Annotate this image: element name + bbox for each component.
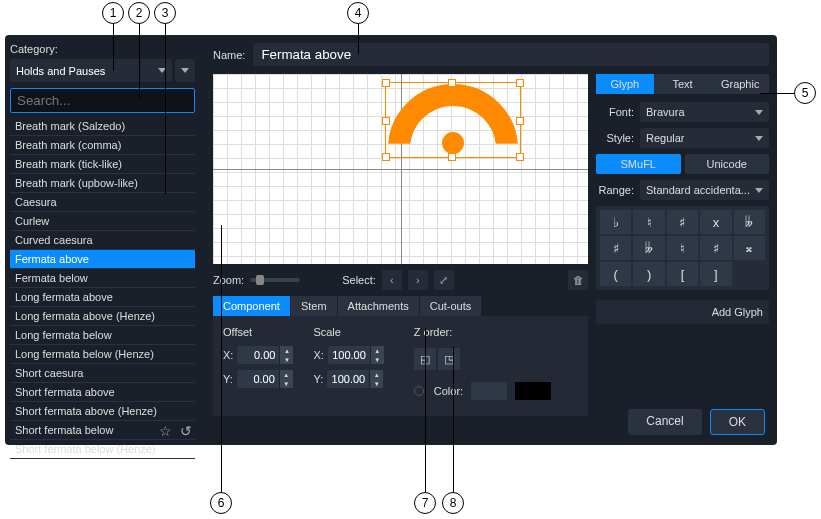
editor-canvas[interactable] [213, 74, 588, 264]
list-item[interactable]: Fermata above [10, 250, 195, 269]
callout-1: 1 [102, 2, 124, 24]
list-item[interactable]: Breath mark (Salzedo) [10, 117, 195, 136]
list-item[interactable]: Long fermata above [10, 288, 195, 307]
z-front[interactable]: ◳ [438, 348, 460, 370]
glyph-cell[interactable]: ♮ [667, 236, 698, 260]
glyph-cell[interactable]: [ [667, 262, 698, 286]
list-item[interactable]: Breath mark (comma) [10, 136, 195, 155]
font-select[interactable]: Bravura [640, 102, 769, 122]
callout-3: 3 [154, 2, 176, 24]
glyph-cell[interactable]: ♭ [600, 210, 631, 234]
list-item[interactable]: Caesura [10, 193, 195, 212]
list-item[interactable]: Curlew [10, 212, 195, 231]
glyph-cell[interactable]: x [700, 210, 731, 234]
scale-y[interactable] [327, 370, 369, 388]
glyph-cell[interactable]: ] [700, 262, 731, 286]
glyph-cell[interactable]: 𝄫 [633, 236, 664, 260]
list-item[interactable]: Fermata below [10, 269, 195, 288]
select-label: Select: [342, 274, 376, 286]
select-next[interactable]: › [408, 270, 428, 290]
side-tab-text[interactable]: Text [654, 74, 712, 94]
scale-x[interactable] [328, 346, 370, 364]
glyph-cell[interactable]: ♯ [667, 210, 698, 234]
star-icon[interactable]: ☆ [159, 423, 172, 439]
category-expand[interactable] [175, 59, 195, 82]
list-item[interactable]: Breath mark (upbow-like) [10, 174, 195, 193]
glyph-cell[interactable]: ♯ [600, 236, 631, 260]
callout-8: 8 [442, 492, 464, 514]
list-item[interactable]: Long fermata below (Henze) [10, 345, 195, 364]
cancel-button[interactable]: Cancel [628, 409, 701, 435]
list-item[interactable]: Breath mark (tick-like) [10, 155, 195, 174]
select-prev[interactable]: ‹ [382, 270, 402, 290]
callout-6: 6 [210, 492, 232, 514]
glyph-cell[interactable]: ♯ [700, 236, 731, 260]
color-swatch[interactable] [471, 382, 507, 400]
right-panel: Name: [205, 35, 777, 445]
item-list[interactable]: Breath mark (Salzedo)Breath mark (comma)… [10, 117, 195, 417]
list-item[interactable]: Short caesura [10, 364, 195, 383]
delete-icon[interactable]: 🗑 [568, 270, 588, 290]
glyph-cell[interactable]: ) [633, 262, 664, 286]
category-select[interactable]: Holds and Pauses [10, 59, 172, 82]
tab-cut-outs[interactable]: Cut-outs [420, 296, 483, 316]
style-select[interactable]: Regular [640, 128, 769, 148]
side-tab-glyph[interactable]: Glyph [596, 74, 654, 94]
tab-component[interactable]: Component [213, 296, 291, 316]
glyph-cell[interactable]: ♮ [633, 210, 664, 234]
callout-2: 2 [128, 2, 150, 24]
add-glyph-button[interactable]: Add Glyph [596, 300, 769, 324]
tab-stem[interactable]: Stem [291, 296, 338, 316]
search-input[interactable] [10, 88, 195, 113]
list-item[interactable]: Short fermata above (Henze) [10, 402, 195, 421]
name-label: Name: [213, 49, 245, 61]
side-tab-graphic[interactable]: Graphic [711, 74, 769, 94]
category-label: Category: [10, 43, 195, 55]
glyph-panel: GlyphTextGraphic Font:Bravura Style:Regu… [596, 74, 769, 416]
reset-icon[interactable]: ↺ [180, 423, 192, 439]
glyph-cell[interactable]: 𝄪 [734, 236, 765, 260]
tab-attachments[interactable]: Attachments [338, 296, 420, 316]
callout-4: 4 [347, 2, 369, 24]
list-item[interactable]: Short fermata above [10, 383, 195, 402]
callout-7: 7 [414, 492, 436, 514]
zoom-slider[interactable] [250, 278, 300, 282]
offset-y[interactable] [237, 370, 279, 388]
property-tabs: ComponentStemAttachmentsCut-outs [213, 296, 588, 316]
list-item[interactable]: Short fermata below (Henze) [10, 440, 195, 459]
encoding-smufl[interactable]: SMuFL [596, 154, 681, 174]
glyph-cell[interactable]: ( [600, 262, 631, 286]
encoding-unicode[interactable]: Unicode [685, 154, 770, 174]
range-select[interactable]: Standard accidenta... [640, 180, 769, 200]
offset-x[interactable] [237, 346, 279, 364]
list-item[interactable]: Long fermata below [10, 326, 195, 345]
glyph-grid: ♭♮♯x𝄫♯𝄫♮♯𝄪()[] [596, 206, 769, 290]
zoom-label: Zoom: [213, 274, 244, 286]
ok-button[interactable]: OK [710, 409, 765, 435]
name-input[interactable] [253, 43, 769, 66]
glyph-cell[interactable]: 𝄫 [734, 210, 765, 234]
list-item[interactable]: Long fermata above (Henze) [10, 307, 195, 326]
left-panel: Category: Holds and Pauses Breath mark (… [5, 35, 200, 445]
list-item[interactable]: Curved caesura [10, 231, 195, 250]
callout-5: 5 [794, 82, 816, 104]
dialog: Category: Holds and Pauses Breath mark (… [5, 35, 777, 445]
select-path-icon[interactable]: ⤢ [434, 270, 454, 290]
